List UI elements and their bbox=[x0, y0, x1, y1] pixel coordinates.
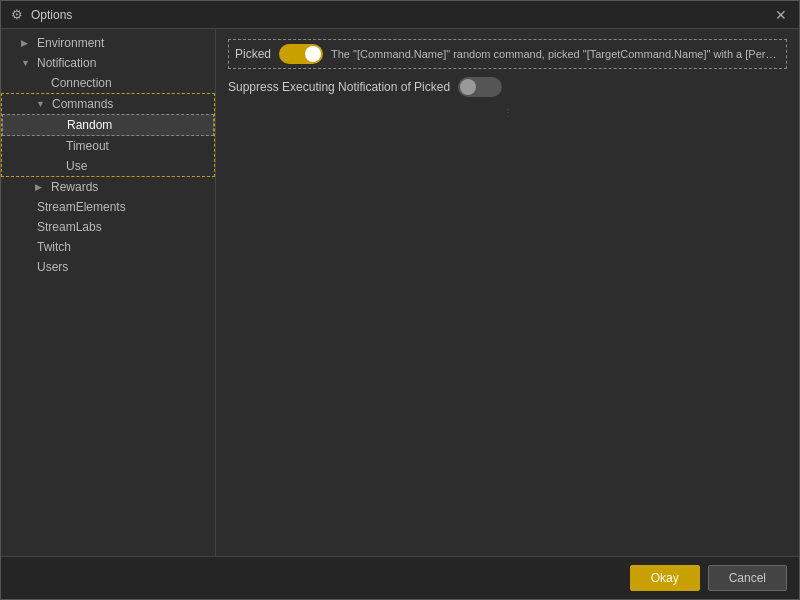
sidebar-item-timeout[interactable]: Timeout bbox=[2, 136, 214, 156]
sidebar-item-random[interactable]: Random bbox=[2, 114, 214, 136]
picked-description: The "[Command.Name]" random command, pic… bbox=[331, 48, 780, 60]
arrow-icon: ▶ bbox=[21, 38, 35, 48]
sidebar-label: Connection bbox=[51, 76, 112, 90]
arrow-icon: ▼ bbox=[36, 99, 50, 109]
suppress-toggle[interactable] bbox=[458, 77, 502, 97]
sidebar-item-connection[interactable]: Connection bbox=[1, 73, 215, 93]
sidebar-label: Twitch bbox=[37, 240, 71, 254]
right-panel: Picked The "[Command.Name]" random comma… bbox=[216, 29, 799, 556]
close-button[interactable]: ✕ bbox=[771, 5, 791, 25]
arrow-icon bbox=[21, 222, 35, 232]
sidebar-label: Rewards bbox=[51, 180, 98, 194]
sidebar-item-use[interactable]: Use bbox=[2, 156, 214, 176]
okay-button[interactable]: Okay bbox=[630, 565, 700, 591]
arrow-icon bbox=[21, 262, 35, 272]
footer: Okay Cancel bbox=[1, 556, 799, 599]
sidebar-label: Timeout bbox=[66, 139, 109, 153]
sidebar-item-environment[interactable]: ▶ Environment bbox=[1, 33, 215, 53]
arrow-icon: ▼ bbox=[21, 58, 35, 68]
sidebar-label: Use bbox=[66, 159, 87, 173]
sidebar-item-notification[interactable]: ▼ Notification bbox=[1, 53, 215, 73]
arrow-icon bbox=[51, 120, 65, 130]
sidebar-item-streamelements[interactable]: StreamElements bbox=[1, 197, 215, 217]
sidebar-label: Random bbox=[67, 118, 112, 132]
arrow-icon bbox=[50, 141, 64, 151]
arrow-icon bbox=[21, 242, 35, 252]
sidebar-item-streamlabs[interactable]: StreamLabs bbox=[1, 217, 215, 237]
sidebar-item-twitch[interactable]: Twitch bbox=[1, 237, 215, 257]
main-content: ▶ Environment ▼ Notification Connection … bbox=[1, 29, 799, 556]
dots-divider: ⋮ bbox=[228, 107, 787, 118]
commands-section: ▼ Commands Random Timeout Use bbox=[1, 93, 215, 177]
title-bar: ⚙ Options ✕ bbox=[1, 1, 799, 29]
picked-label: Picked bbox=[235, 47, 271, 61]
sidebar-label: Users bbox=[37, 260, 68, 274]
picked-toggle[interactable] bbox=[279, 44, 323, 64]
arrow-icon bbox=[50, 161, 64, 171]
sidebar-label: Notification bbox=[37, 56, 96, 70]
sidebar-label: StreamElements bbox=[37, 200, 126, 214]
dialog-icon: ⚙ bbox=[9, 7, 25, 23]
sidebar-item-users[interactable]: Users bbox=[1, 257, 215, 277]
sidebar-label: StreamLabs bbox=[37, 220, 102, 234]
suppress-label: Suppress Executing Notification of Picke… bbox=[228, 80, 450, 94]
sidebar-label: Environment bbox=[37, 36, 104, 50]
sidebar-label: Commands bbox=[52, 97, 113, 111]
arrow-icon: ▶ bbox=[35, 182, 49, 192]
sidebar: ▶ Environment ▼ Notification Connection … bbox=[1, 29, 216, 556]
arrow-icon bbox=[21, 202, 35, 212]
dialog-title: Options bbox=[31, 8, 771, 22]
arrow-icon bbox=[35, 78, 49, 88]
cancel-button[interactable]: Cancel bbox=[708, 565, 787, 591]
picked-row: Picked The "[Command.Name]" random comma… bbox=[228, 39, 787, 69]
sidebar-item-rewards[interactable]: ▶ Rewards bbox=[1, 177, 215, 197]
suppress-row: Suppress Executing Notification of Picke… bbox=[228, 77, 787, 97]
sidebar-item-commands[interactable]: ▼ Commands bbox=[2, 94, 214, 114]
options-dialog: ⚙ Options ✕ ▶ Environment ▼ Notification… bbox=[0, 0, 800, 600]
